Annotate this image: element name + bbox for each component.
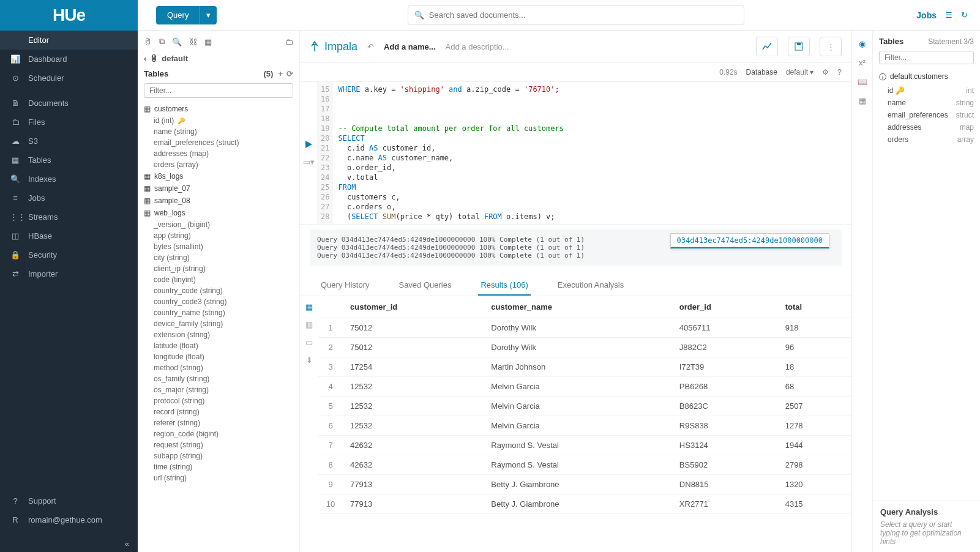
nav-files[interactable]: 🗀Files	[0, 113, 138, 132]
column-item[interactable]: record (string)	[143, 406, 294, 417]
grid-icon[interactable]: ▦	[204, 37, 212, 47]
table-row[interactable]: 512532Melvin GarciaB8623C2507	[318, 397, 851, 416]
table-row[interactable]: 842632Raymond S. VestalBS59022798	[318, 455, 851, 475]
column-item[interactable]: extension (string)	[143, 329, 294, 340]
add-description-field[interactable]: Add a descriptio...	[446, 42, 509, 51]
column-item[interactable]: latitude (float)	[143, 340, 294, 351]
column-item[interactable]: country_name (string)	[143, 307, 294, 318]
engine-selector[interactable]: Impala	[310, 40, 357, 53]
nav-documents[interactable]: 🗎Documents	[0, 94, 138, 113]
save-button[interactable]	[788, 37, 810, 56]
column-item[interactable]: region_code (bigint)	[143, 428, 294, 439]
assistant-icon[interactable]: ◉	[859, 39, 866, 48]
column-item[interactable]: method (string)	[143, 362, 294, 373]
calendar-icon[interactable]: ▦	[859, 96, 866, 105]
nav-security[interactable]: 🔒Security	[0, 245, 138, 264]
gear-icon[interactable]: ⚙	[822, 68, 829, 76]
right-column-item[interactable]: addressesmap	[879, 121, 974, 133]
database-icon[interactable]: 🛢	[144, 37, 152, 47]
column-item[interactable]: subapp (string)	[143, 450, 294, 461]
column-item[interactable]: code (tinyint)	[143, 274, 294, 285]
column-item[interactable]: time (string)	[143, 461, 294, 472]
table-row[interactable]: 1077913Betty J. GiambroneXR27714315	[318, 494, 851, 514]
column-item[interactable]: _version_ (bigint)	[143, 219, 294, 230]
nav-editor[interactable]: Editor	[0, 31, 138, 50]
tables-filter-input[interactable]	[144, 83, 293, 98]
book-icon[interactable]: 📖	[858, 77, 867, 86]
tab-query-history[interactable]: Query History	[318, 275, 372, 296]
right-column-item[interactable]: ordersarray	[879, 133, 974, 146]
column-item[interactable]: city (string)	[143, 252, 294, 263]
search-input[interactable]	[429, 10, 738, 20]
more-button[interactable]: ⋮	[820, 37, 842, 56]
database-selector[interactable]: default ▾	[786, 68, 814, 76]
table-row[interactable]: 317254Martin JohnsonI72T3918	[318, 357, 851, 377]
run-button[interactable]	[304, 140, 313, 149]
column-item[interactable]: country_code3 (string)	[143, 296, 294, 307]
column-item[interactable]: name (string)	[143, 126, 294, 137]
table-row[interactable]: 412532Melvin GarciaPB626868	[318, 377, 851, 397]
right-column-item[interactable]: email_preferencesstruct	[879, 109, 974, 121]
jobs-list-icon[interactable]: ☰	[945, 10, 952, 20]
column-item[interactable]: orders (array)	[143, 159, 294, 170]
breadcrumb[interactable]: ‹ 🛢 default	[138, 50, 299, 67]
nav-tables[interactable]: ▦Tables	[0, 151, 138, 170]
column-item[interactable]: referer (string)	[143, 417, 294, 428]
column-item[interactable]: bytes (smallint)	[143, 241, 294, 252]
column-item[interactable]: client_ip (string)	[143, 263, 294, 274]
column-item[interactable]: country_code (string)	[143, 285, 294, 296]
table-customers[interactable]: ▦customers	[143, 103, 294, 115]
code-editor[interactable]: 1516171819202122232425262728 WHERE a.key…	[317, 82, 851, 224]
column-item[interactable]: id (int) 🔑	[143, 115, 294, 126]
tab-saved-queries[interactable]: Saved Queries	[396, 275, 454, 296]
right-table-root[interactable]: ⓘdefault.customers	[879, 70, 974, 84]
table-sample_07[interactable]: ▦sample_07	[143, 182, 294, 195]
superscript-icon[interactable]: x²	[859, 58, 866, 67]
tab-results-[interactable]: Results (106)	[478, 275, 530, 296]
nav-dashboard[interactable]: 📊Dashboard	[0, 50, 138, 69]
column-item[interactable]: app (string)	[143, 230, 294, 241]
table-web_logs[interactable]: ▦web_logs	[143, 207, 294, 219]
column-item[interactable]: os_family (string)	[143, 373, 294, 384]
sitemap-icon[interactable]: ⛓	[189, 37, 197, 47]
column-item[interactable]: addresses (map)	[143, 148, 294, 159]
add-icon[interactable]: +	[278, 69, 283, 78]
right-column-item[interactable]: id 🔑int	[879, 84, 974, 97]
book-icon[interactable]: ▭	[305, 338, 313, 347]
table-row[interactable]: 275012Dorothy WilkJ882C296	[318, 338, 851, 357]
column-header[interactable]: customer_id	[343, 296, 484, 318]
column-item[interactable]: device_family (string)	[143, 318, 294, 329]
nav-footer-item[interactable]: Rromain@gethue.com	[0, 510, 138, 529]
column-item[interactable]: request (string)	[143, 439, 294, 450]
column-item[interactable]: email_preferences (struct)	[143, 137, 294, 148]
column-item[interactable]: os_major (string)	[143, 384, 294, 395]
table-row[interactable]: 977913Betty J. GiambroneDN88151320	[318, 475, 851, 494]
add-name-field[interactable]: Add a name...	[384, 42, 436, 51]
bar-chart-icon[interactable]: ▥	[305, 320, 313, 329]
history-icon[interactable]: ↻	[961, 10, 968, 20]
table-k8s_logs[interactable]: ▦k8s_logs	[143, 170, 294, 182]
folder-icon[interactable]: 🗀	[285, 37, 293, 47]
download-icon[interactable]: ⬇	[306, 356, 313, 365]
nav-footer-item[interactable]: ?Support	[0, 491, 138, 510]
chart-button[interactable]	[756, 37, 778, 56]
table-row[interactable]: 175012Dorothy Wilk4056711918	[318, 318, 851, 338]
column-header[interactable]: total	[778, 296, 851, 318]
table-row[interactable]: 612532Melvin GarciaR9S8381278	[318, 416, 851, 436]
right-filter-input[interactable]	[879, 51, 974, 64]
query-dropdown-caret[interactable]: ▾	[200, 6, 217, 24]
nav-indexes[interactable]: 🔍Indexes	[0, 170, 138, 188]
column-item[interactable]: protocol (string)	[143, 395, 294, 406]
tab-execution-analysis[interactable]: Execution Analysis	[555, 275, 626, 296]
column-header[interactable]: customer_name	[484, 296, 672, 318]
nav-s3[interactable]: ☁S3	[0, 132, 138, 151]
nav-scheduler[interactable]: ⊙Scheduler	[0, 69, 138, 88]
help-icon[interactable]: ?	[837, 68, 842, 76]
collapse-nav-icon[interactable]: «	[0, 535, 138, 552]
copy-icon[interactable]: ⧉	[159, 37, 165, 47]
column-item[interactable]: longitude (float)	[143, 351, 294, 362]
query-button[interactable]: Query ▾	[156, 6, 217, 24]
column-item[interactable]: url (string)	[143, 472, 294, 483]
grid-view-icon[interactable]: ▦	[305, 302, 313, 311]
nav-hbase[interactable]: ◫HBase	[0, 226, 138, 245]
